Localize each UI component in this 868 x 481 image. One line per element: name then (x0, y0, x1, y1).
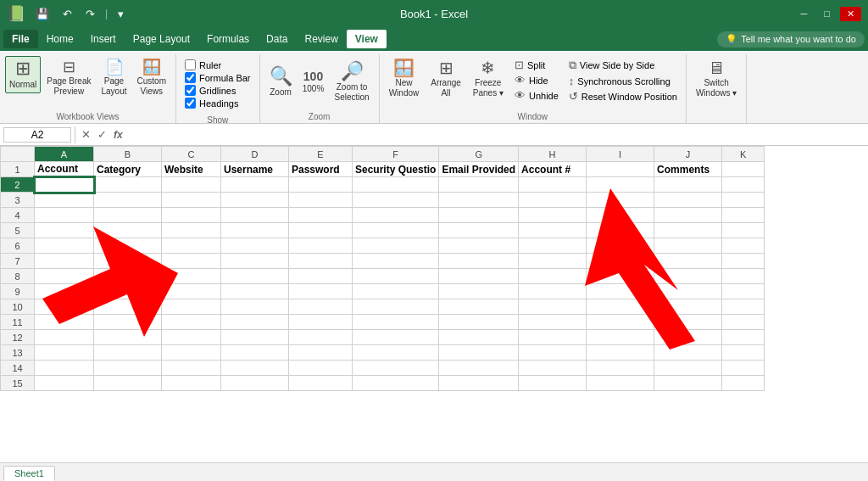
cell-I2[interactable] (587, 177, 654, 193)
custom-views-button[interactable]: 🪟 CustomViews (133, 56, 170, 100)
menu-review[interactable]: Review (296, 30, 346, 48)
cell-D4[interactable] (221, 208, 289, 223)
view-side-by-side-button[interactable]: ⧉ View Side by Side (565, 58, 658, 73)
cell-D2[interactable] (221, 177, 289, 193)
cell-F3[interactable] (353, 193, 439, 208)
gridlines-checkbox-label[interactable]: Gridlines (185, 85, 251, 96)
arrange-all-button[interactable]: ⊞ ArrangeAll (426, 56, 465, 102)
cell-A14[interactable] (35, 361, 94, 376)
cell-B9[interactable] (94, 284, 162, 299)
menu-insert[interactable]: Insert (82, 30, 125, 48)
cell-K8[interactable] (722, 269, 765, 284)
cell-E7[interactable] (289, 254, 353, 269)
cell-G6[interactable] (439, 238, 519, 254)
cell-F15[interactable] (353, 376, 439, 391)
zoom-100-button[interactable]: 100 100% (298, 67, 329, 98)
cell-D11[interactable] (221, 315, 289, 330)
cell-F14[interactable] (353, 361, 439, 376)
cell-I3[interactable] (587, 193, 654, 208)
cell-H3[interactable] (519, 193, 587, 208)
cell-D14[interactable] (221, 361, 289, 376)
cell-A1[interactable]: Account (35, 162, 94, 177)
cell-E5[interactable] (289, 223, 353, 238)
cell-D12[interactable] (221, 330, 289, 345)
cell-F12[interactable] (353, 330, 439, 345)
cell-H15[interactable] (519, 376, 587, 391)
cell-J9[interactable] (654, 284, 722, 299)
switch-windows-button[interactable]: 🖥 SwitchWindows ▾ (692, 56, 741, 102)
cell-K2[interactable] (722, 177, 765, 193)
sheet-scroll-area[interactable]: A B C D E F G H I J K 1 Account (0, 146, 868, 462)
formula-bar-checkbox-label[interactable]: Formula Bar (185, 72, 251, 83)
cell-C12[interactable] (162, 330, 221, 345)
cell-J3[interactable] (654, 193, 722, 208)
cell-J5[interactable] (654, 223, 722, 238)
cell-C3[interactable] (162, 193, 221, 208)
cell-G14[interactable] (439, 361, 519, 376)
cell-E10[interactable] (289, 299, 353, 315)
cell-B12[interactable] (94, 330, 162, 345)
headings-checkbox-label[interactable]: Headings (185, 98, 251, 109)
cell-H8[interactable] (519, 269, 587, 284)
cell-D1[interactable]: Username (221, 162, 289, 177)
cell-B2[interactable] (94, 177, 162, 193)
cell-H2[interactable] (519, 177, 587, 193)
cell-I9[interactable] (587, 284, 654, 299)
cell-J11[interactable] (654, 315, 722, 330)
cell-H7[interactable] (519, 254, 587, 269)
cell-E11[interactable] (289, 315, 353, 330)
formula-bar-checkbox[interactable] (185, 72, 196, 83)
cell-J7[interactable] (654, 254, 722, 269)
gridlines-checkbox[interactable] (185, 85, 196, 96)
cell-G11[interactable] (439, 315, 519, 330)
cell-K11[interactable] (722, 315, 765, 330)
normal-view-button[interactable]: ⊞ Normal (5, 56, 41, 93)
cell-H5[interactable] (519, 223, 587, 238)
page-break-preview-button[interactable]: ⊟ Page BreakPreview (42, 56, 95, 100)
cell-E3[interactable] (289, 193, 353, 208)
cell-B14[interactable] (94, 361, 162, 376)
cell-G9[interactable] (439, 284, 519, 299)
cell-B6[interactable] (94, 238, 162, 254)
cell-I1[interactable] (587, 162, 654, 177)
ruler-checkbox-label[interactable]: Ruler (185, 59, 251, 70)
cell-I13[interactable] (587, 345, 654, 361)
cell-K15[interactable] (722, 376, 765, 391)
cell-C1[interactable]: Website (162, 162, 221, 177)
close-button[interactable]: ✕ (840, 7, 861, 21)
cell-K12[interactable] (722, 330, 765, 345)
cell-B1[interactable]: Category (94, 162, 162, 177)
cell-J12[interactable] (654, 330, 722, 345)
cell-B5[interactable] (94, 223, 162, 238)
cell-H9[interactable] (519, 284, 587, 299)
cell-K14[interactable] (722, 361, 765, 376)
cell-E6[interactable] (289, 238, 353, 254)
cell-K1[interactable] (722, 162, 765, 177)
cell-A10[interactable] (35, 299, 94, 315)
cell-F1[interactable]: Security Questio (353, 162, 439, 177)
cell-A3[interactable] (35, 193, 94, 208)
cell-G12[interactable] (439, 330, 519, 345)
sheet-tab-sheet1[interactable]: Sheet1 (3, 466, 55, 481)
cell-C9[interactable] (162, 284, 221, 299)
cell-H6[interactable] (519, 238, 587, 254)
menu-view[interactable]: View (347, 30, 387, 48)
cell-H11[interactable] (519, 315, 587, 330)
cell-C7[interactable] (162, 254, 221, 269)
cell-H1[interactable]: Account # (519, 162, 587, 177)
cell-C15[interactable] (162, 376, 221, 391)
minimize-button[interactable]: ─ (794, 7, 815, 20)
cell-A7[interactable] (35, 254, 94, 269)
cell-C2[interactable] (162, 177, 221, 193)
cell-I5[interactable] (587, 223, 654, 238)
cell-A2[interactable] (35, 177, 94, 193)
cell-I4[interactable] (587, 208, 654, 223)
cancel-formula-button[interactable]: ✕ (79, 128, 93, 141)
cell-B3[interactable] (94, 193, 162, 208)
cell-G10[interactable] (439, 299, 519, 315)
cell-E12[interactable] (289, 330, 353, 345)
zoom-button[interactable]: 🔍 Zoom (265, 64, 297, 101)
unhide-button[interactable]: 👁 Unhide (511, 88, 562, 103)
cell-F2[interactable] (353, 177, 439, 193)
cell-G7[interactable] (439, 254, 519, 269)
